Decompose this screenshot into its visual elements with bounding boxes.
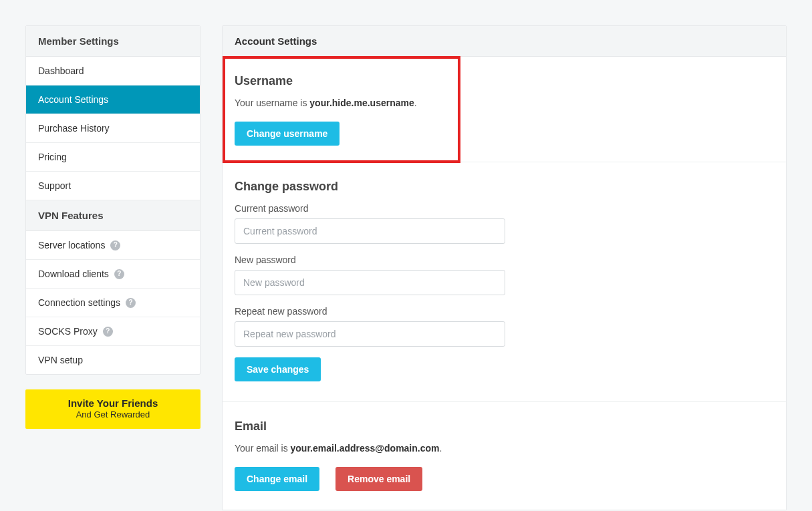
repeat-password-input[interactable] xyxy=(235,321,505,347)
sidebar-item-socks-proxy[interactable]: SOCKS Proxy ? xyxy=(26,317,200,346)
help-icon[interactable]: ? xyxy=(114,269,124,279)
save-password-button[interactable]: Save changes xyxy=(235,357,321,381)
email-value: your.email.address@domain.com xyxy=(291,443,440,454)
sidebar-item-label: Dashboard xyxy=(38,65,84,76)
sidebar-header-member: Member Settings xyxy=(26,26,200,57)
sidebar-item-label: Support xyxy=(38,180,71,191)
password-heading: Change password xyxy=(235,180,774,194)
help-icon[interactable]: ? xyxy=(110,240,120,250)
invite-subtitle: And Get Rewarded xyxy=(32,409,194,419)
sidebar-item-label: Server locations xyxy=(38,240,105,250)
sidebar-item-support[interactable]: Support xyxy=(26,172,200,200)
username-suffix: . xyxy=(414,98,417,108)
email-suffix: . xyxy=(439,443,442,454)
remove-email-button[interactable]: Remove email xyxy=(335,467,422,491)
username-prefix: Your username is xyxy=(235,98,309,108)
sidebar: Member Settings Dashboard Account Settin… xyxy=(25,25,200,510)
sidebar-item-label: Connection settings xyxy=(38,297,120,308)
sidebar-item-label: Purchase History xyxy=(38,123,110,134)
new-password-input[interactable] xyxy=(235,270,505,295)
sidebar-item-label: Account Settings xyxy=(38,94,108,105)
current-password-input[interactable] xyxy=(235,218,505,244)
sidebar-item-purchase-history[interactable]: Purchase History xyxy=(26,114,200,143)
sidebar-item-label: VPN setup xyxy=(38,355,83,365)
current-password-label: Current password xyxy=(235,203,774,214)
change-username-button[interactable]: Change username xyxy=(235,122,340,146)
sidebar-item-vpn-setup[interactable]: VPN setup xyxy=(26,346,200,374)
password-section: Change password Current password New pas… xyxy=(223,162,786,402)
invite-title: Invite Your Friends xyxy=(32,397,194,409)
sidebar-item-download-clients[interactable]: Download clients ? xyxy=(26,260,200,289)
email-prefix: Your email is xyxy=(235,443,291,454)
email-heading: Email xyxy=(235,419,774,434)
username-section: Username Your username is your.hide.me.u… xyxy=(223,57,786,162)
new-password-label: New password xyxy=(235,254,774,265)
repeat-password-label: Repeat new password xyxy=(235,306,774,317)
sidebar-item-label: SOCKS Proxy xyxy=(38,326,98,337)
help-icon[interactable]: ? xyxy=(103,327,113,337)
page-title: Account Settings xyxy=(223,26,786,57)
change-email-button[interactable]: Change email xyxy=(235,467,319,491)
sidebar-item-account-settings[interactable]: Account Settings xyxy=(26,86,200,114)
sidebar-item-label: Download clients xyxy=(38,269,109,279)
help-icon[interactable]: ? xyxy=(126,298,136,308)
sidebar-panel: Member Settings Dashboard Account Settin… xyxy=(25,25,200,375)
sidebar-item-connection-settings[interactable]: Connection settings ? xyxy=(26,289,200,317)
sidebar-header-vpn: VPN Features xyxy=(26,200,200,231)
main-content: Account Settings Username Your username … xyxy=(222,25,787,510)
sidebar-item-pricing[interactable]: Pricing xyxy=(26,143,200,172)
sidebar-item-server-locations[interactable]: Server locations ? xyxy=(26,231,200,260)
sidebar-item-label: Pricing xyxy=(38,152,67,162)
username-value: your.hide.me.username xyxy=(309,98,414,108)
username-text: Your username is your.hide.me.username. xyxy=(235,98,774,108)
username-heading: Username xyxy=(235,74,774,88)
invite-friends-box[interactable]: Invite Your Friends And Get Rewarded xyxy=(25,389,200,429)
email-text: Your email is your.email.address@domain.… xyxy=(235,443,774,454)
email-section: Email Your email is your.email.address@d… xyxy=(223,402,786,510)
sidebar-item-dashboard[interactable]: Dashboard xyxy=(26,57,200,86)
